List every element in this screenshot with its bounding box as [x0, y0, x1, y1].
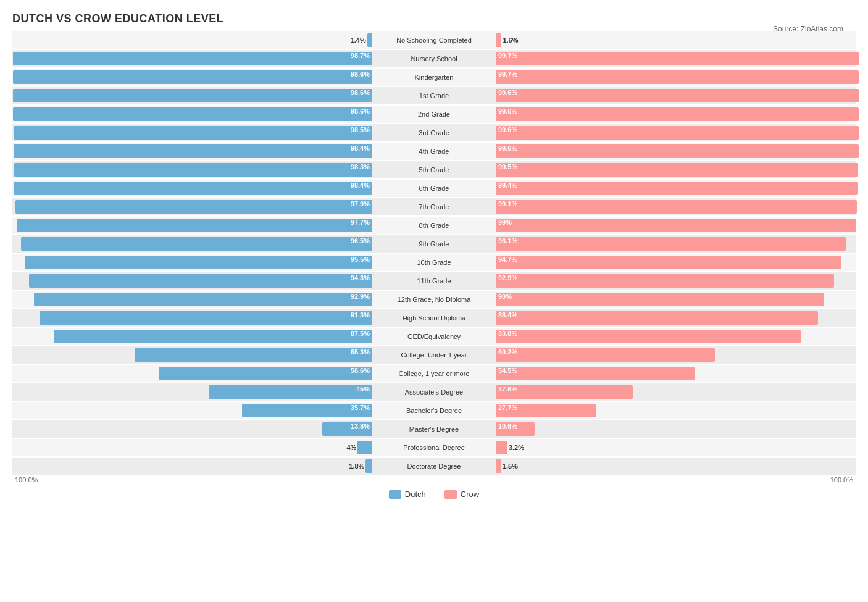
table-row: 1.8%Doctorate Degree1.5% [12, 458, 856, 475]
table-row: 45%Associate's Degree37.6% [12, 383, 856, 401]
left-bar-section: 98.4% [12, 180, 372, 197]
table-row: 92.9%12th Grade, No Diploma90% [12, 291, 856, 308]
dutch-label: Dutch [405, 490, 426, 499]
table-row: 91.3%High School Diploma88.4% [12, 309, 856, 327]
category-label: College, Under 1 year [372, 351, 496, 359]
right-bar-section: 99.6% [496, 143, 856, 160]
right-bar-section: 99% [496, 217, 856, 234]
right-bar-section: 99.7% [496, 50, 856, 67]
right-bar-section: 1.5% [496, 458, 856, 475]
right-bar-section: 99.6% [496, 124, 856, 141]
category-label: 9th Grade [372, 240, 496, 248]
right-bar-section: 83.8% [496, 328, 856, 345]
left-bar-section: 98.4% [12, 143, 372, 160]
table-row: 87.5%GED/Equivalency83.8% [12, 328, 856, 345]
left-bar-section: 87.5% [12, 328, 372, 345]
category-label: Kindergarten [372, 73, 496, 81]
left-bar-section: 98.6% [12, 106, 372, 123]
right-bar-section: 37.6% [496, 383, 856, 401]
right-bar-section: 99.1% [496, 198, 856, 215]
table-row: 94.3%11th Grade92.9% [12, 272, 856, 290]
left-bar-section: 1.4% [12, 31, 372, 49]
table-row: 65.3%College, Under 1 year60.2% [12, 346, 856, 364]
right-bar-section: 54.5% [496, 365, 856, 382]
left-bar-section: 95.5% [12, 254, 372, 271]
right-bar-section: 99.4% [496, 180, 856, 197]
chart-container: 1.4%No Schooling Completed1.6%98.7%Nurse… [12, 31, 856, 499]
table-row: 1.4%No Schooling Completed1.6% [12, 31, 856, 49]
category-label: 10th Grade [372, 259, 496, 266]
right-bar-section: 60.2% [496, 346, 856, 364]
left-bar-section: 35.7% [12, 402, 372, 419]
table-row: 97.9%7th Grade99.1% [12, 198, 856, 215]
right-bar-section: 99.6% [496, 106, 856, 123]
left-bar-section: 58.6% [12, 365, 372, 382]
left-bar-section: 98.5% [12, 124, 372, 141]
table-row: 98.4%4th Grade99.6% [12, 143, 856, 160]
right-bar-section: 94.7% [496, 254, 856, 271]
category-label: Professional Degree [372, 444, 496, 451]
category-label: 3rd Grade [372, 129, 496, 136]
category-label: 4th Grade [372, 148, 496, 155]
right-bar-section: 10.6% [496, 420, 856, 438]
right-bar-section: 88.4% [496, 309, 856, 327]
category-label: Nursery School [372, 55, 496, 62]
right-bar-section: 99.7% [496, 69, 856, 86]
legend-dutch: Dutch [389, 490, 426, 499]
category-label: Bachelor's Degree [372, 407, 496, 414]
left-bar-section: 1.8% [12, 458, 372, 475]
left-bar-section: 4% [12, 439, 372, 456]
right-bar-section: 27.7% [496, 402, 856, 419]
table-row: 98.7%Nursery School99.7% [12, 50, 856, 67]
category-label: 2nd Grade [372, 111, 496, 118]
chart-title: Dutch vs Crow Education Level [12, 12, 856, 25]
table-row: 98.6%2nd Grade99.6% [12, 106, 856, 123]
table-row: 98.6%Kindergarten99.7% [12, 69, 856, 86]
right-bar-section: 90% [496, 291, 856, 308]
left-bar-section: 98.6% [12, 87, 372, 104]
table-row: 13.8%Master's Degree10.6% [12, 420, 856, 438]
category-label: 1st Grade [372, 92, 496, 99]
left-bar-section: 98.6% [12, 69, 372, 86]
category-label: Associate's Degree [372, 388, 496, 396]
category-label: No Schooling Completed [372, 36, 496, 44]
table-row: 98.5%3rd Grade99.6% [12, 124, 856, 141]
left-bar-section: 97.9% [12, 198, 372, 215]
right-bar-section: 99.5% [496, 161, 856, 178]
right-bar-section: 92.9% [496, 272, 856, 290]
table-row: 95.5%10th Grade94.7% [12, 254, 856, 271]
legend: Dutch Crow [12, 490, 856, 499]
legend-crow: Crow [444, 490, 479, 499]
crow-color-box [444, 490, 457, 499]
left-bar-section: 45% [12, 383, 372, 401]
left-bar-section: 96.5% [12, 235, 372, 253]
left-bar-section: 98.3% [12, 161, 372, 178]
right-bar-section: 99.6% [496, 87, 856, 104]
left-bar-section: 98.7% [12, 50, 372, 67]
category-label: 8th Grade [372, 222, 496, 229]
left-bar-section: 13.8% [12, 420, 372, 438]
category-label: High School Diploma [372, 314, 496, 322]
left-bar-section: 91.3% [12, 309, 372, 327]
right-bar-section: 96.1% [496, 235, 856, 253]
category-label: 5th Grade [372, 166, 496, 173]
bottom-axis: 100.0%100.0% [12, 476, 856, 483]
right-bar-section: 1.6% [496, 31, 856, 49]
left-bar-section: 97.7% [12, 217, 372, 234]
table-row: 98.6%1st Grade99.6% [12, 87, 856, 104]
category-label: Doctorate Degree [372, 462, 496, 470]
dutch-color-box [389, 490, 401, 499]
right-bar-section: 3.2% [496, 439, 856, 456]
category-label: 6th Grade [372, 185, 496, 192]
left-bar-section: 65.3% [12, 346, 372, 364]
category-label: 12th Grade, No Diploma [372, 296, 496, 303]
left-bar-section: 94.3% [12, 272, 372, 290]
category-label: College, 1 year or more [372, 370, 496, 377]
table-row: 96.5%9th Grade96.1% [12, 235, 856, 253]
table-row: 58.6%College, 1 year or more54.5% [12, 365, 856, 382]
category-label: 11th Grade [372, 277, 496, 285]
table-row: 4%Professional Degree3.2% [12, 439, 856, 456]
crow-label: Crow [461, 490, 479, 499]
category-label: GED/Equivalency [372, 333, 496, 340]
table-row: 97.7%8th Grade99% [12, 217, 856, 234]
